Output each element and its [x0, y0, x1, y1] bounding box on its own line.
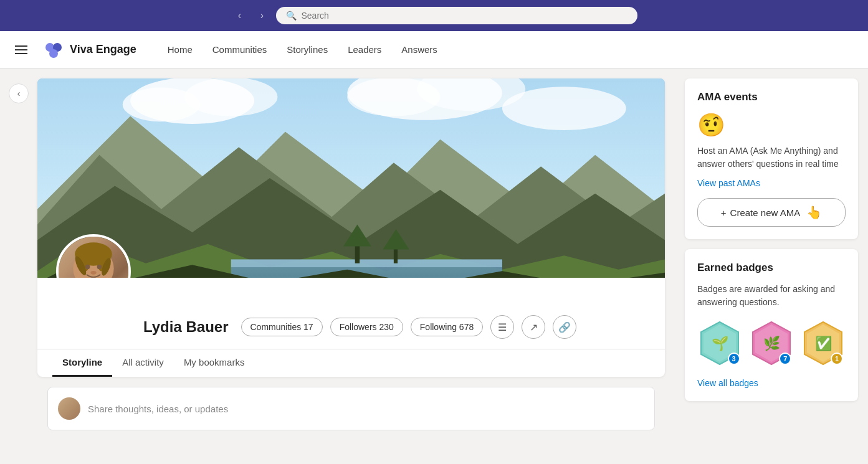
post-avatar — [58, 397, 80, 420]
earned-badges-card: Earned badges Badges are awarded for ask… — [685, 249, 858, 401]
badge-count-1: 3 — [728, 353, 740, 365]
tab-all-activity[interactable]: All activity — [112, 349, 174, 377]
avatar-image — [59, 237, 128, 278]
tab-storyline[interactable]: Storyline — [52, 349, 112, 377]
post-input-placeholder[interactable]: Share thoughts, ideas, or updates — [88, 404, 644, 414]
forward-button[interactable]: › — [254, 7, 271, 24]
profile-info-bar: Lydia Bauer Communities 17 Followers 230… — [37, 278, 665, 349]
nav-leaders[interactable]: Leaders — [339, 39, 390, 60]
svg-rect-16 — [231, 260, 502, 267]
chart-icon: ↗ — [530, 321, 538, 333]
nav-home[interactable]: Home — [159, 39, 201, 60]
svg-text:🌿: 🌿 — [763, 335, 781, 352]
view-all-badges-link[interactable]: View all badges — [697, 378, 758, 388]
nav-menu: Home Communities Storylines Leaders Answ… — [159, 39, 446, 60]
create-ama-button[interactable]: + Create new AMA 👆 — [697, 198, 846, 227]
hamburger-line — [15, 45, 27, 47]
followers-badge[interactable]: Followers 230 — [330, 318, 403, 336]
svg-point-2 — [49, 49, 58, 58]
ama-description: Host an AMA (Ask Me Anything) and answer… — [697, 144, 846, 171]
svg-point-29 — [97, 265, 102, 269]
svg-rect-18 — [355, 244, 360, 263]
svg-text:✅: ✅ — [814, 335, 832, 352]
post-box: Share thoughts, ideas, or updates — [47, 387, 655, 430]
badge-item-1: 🌱 3 — [697, 319, 743, 367]
cover-photo — [37, 78, 665, 278]
right-sidebar: AMA events 🤨 Host an AMA (Ask Me Anythin… — [675, 69, 868, 464]
communities-badge[interactable]: Communities 17 — [241, 318, 323, 336]
svg-point-6 — [184, 78, 277, 116]
plus-icon: + — [721, 207, 727, 218]
profile-section: Lydia Bauer Communities 17 Followers 230… — [0, 69, 675, 464]
badges-row: 🌱 3 🌿 7 — [697, 319, 846, 367]
svg-point-10 — [502, 87, 626, 130]
nav-storylines[interactable]: Storylines — [278, 39, 336, 60]
back-button[interactable]: ‹ — [231, 7, 249, 24]
create-ama-label: Create new AMA — [730, 207, 801, 218]
app-logo — [42, 39, 65, 61]
profile-tabs: Storyline All activity My bookmarks — [37, 349, 665, 377]
logo-area: Viva Engage — [42, 39, 136, 61]
view-past-amas-link[interactable]: View past AMAs — [697, 178, 760, 188]
user-name: Lydia Bauer — [143, 318, 229, 336]
ama-emoji: 🤨 — [697, 112, 846, 138]
mountain-landscape — [37, 78, 665, 278]
browser-bar: ‹ › 🔍 — [0, 0, 868, 31]
badge-count-3: 1 — [831, 353, 843, 365]
profile-card-icon: ☰ — [498, 321, 507, 333]
search-input[interactable] — [302, 11, 627, 21]
nav-answers[interactable]: Answers — [393, 39, 446, 60]
hamburger-line — [15, 53, 27, 54]
badge-item-3: ✅ 1 — [800, 319, 846, 367]
badges-description: Badges are awarded for asking and answer… — [697, 283, 846, 309]
svg-text:🌱: 🌱 — [712, 335, 729, 352]
hamburger-line — [15, 49, 27, 50]
link-icon: 🔗 — [558, 321, 571, 333]
svg-point-30 — [90, 271, 96, 275]
svg-point-28 — [85, 265, 90, 269]
badge-item-2: 🌿 7 — [749, 319, 794, 367]
app-name-label: Viva Engage — [70, 43, 136, 56]
hamburger-button[interactable] — [12, 43, 30, 57]
nav-communities[interactable]: Communities — [204, 39, 276, 60]
link-button[interactable]: 🔗 — [553, 315, 576, 339]
profile-card: Lydia Bauer Communities 17 Followers 230… — [37, 78, 665, 377]
ama-events-card: AMA events 🤨 Host an AMA (Ask Me Anythin… — [685, 78, 858, 239]
badges-title: Earned badges — [697, 262, 846, 274]
following-badge[interactable]: Following 678 — [411, 318, 483, 336]
cursor-icon: 👆 — [806, 205, 822, 220]
search-icon: 🔍 — [286, 11, 297, 21]
activity-chart-button[interactable]: ↗ — [522, 315, 545, 339]
ama-title: AMA events — [697, 91, 846, 103]
app-header: Viva Engage Home Communities Storylines … — [0, 31, 868, 69]
main-content: ‹ — [0, 69, 868, 464]
collapse-sidebar-button[interactable]: ‹ — [9, 83, 29, 103]
profile-card-button[interactable]: ☰ — [490, 315, 514, 339]
tab-my-bookmarks[interactable]: My bookmarks — [174, 349, 255, 377]
address-bar: 🔍 — [276, 7, 637, 24]
